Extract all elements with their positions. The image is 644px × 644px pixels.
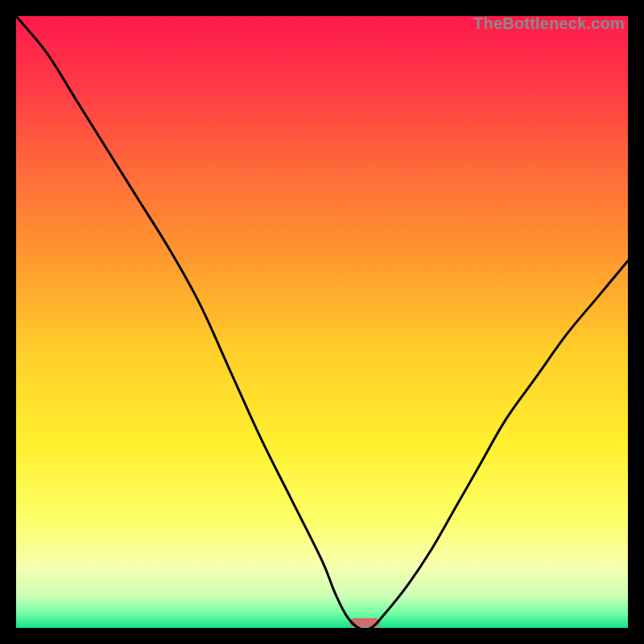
watermark-text: TheBottleneck.com [473, 14, 625, 33]
chart-svg [16, 16, 628, 628]
chart-background [16, 16, 628, 628]
chart-frame: TheBottleneck.com [16, 16, 628, 628]
